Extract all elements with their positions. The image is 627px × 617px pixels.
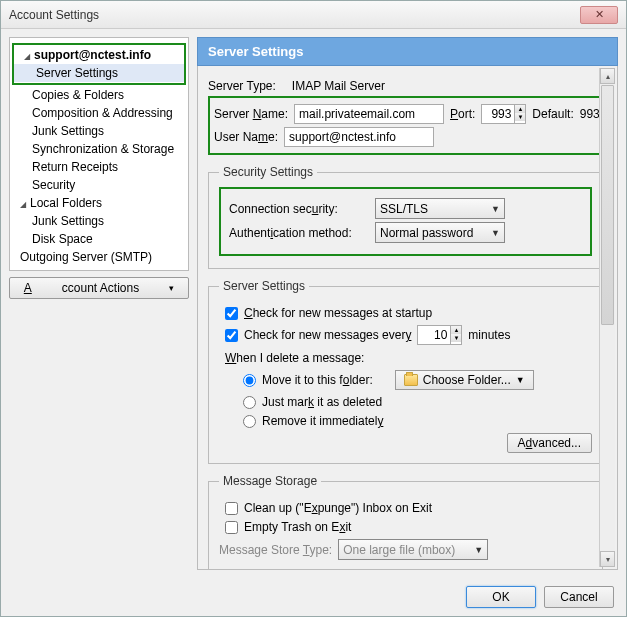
sidebar-local-folders[interactable]: Local Folders — [10, 194, 188, 212]
security-settings-legend: Security Settings — [219, 165, 317, 179]
choose-folder-button[interactable]: Choose Folder... ▼ — [395, 370, 534, 390]
delete-label: When I delete a message: — [225, 351, 592, 365]
move-folder-radio[interactable] — [243, 374, 256, 387]
server-name-input[interactable] — [294, 104, 444, 124]
default-port-label: Default: — [532, 107, 573, 121]
server-settings-legend: Server Settings — [219, 279, 309, 293]
dialog-footer: OK Cancel — [1, 578, 626, 616]
store-type-label: Message Store Type: — [219, 543, 332, 557]
mark-deleted-label: Just mark it as deleted — [262, 395, 382, 409]
check-every-checkbox[interactable] — [225, 329, 238, 342]
chevron-down-icon: ▼ — [491, 228, 500, 238]
sidebar: support@nctest.info Server Settings Copi… — [9, 37, 189, 271]
interval-input[interactable] — [418, 326, 450, 344]
auth-method-select[interactable]: Normal password▼ — [375, 222, 505, 243]
account-actions-button[interactable]: AAccount Actionsccount Actions▾ — [9, 277, 189, 299]
port-up-icon[interactable]: ▲ — [515, 105, 525, 113]
cleanup-inbox-checkbox[interactable] — [225, 502, 238, 515]
folder-icon — [404, 374, 418, 386]
username-input[interactable] — [284, 127, 434, 147]
interval-unit: minutes — [468, 328, 510, 342]
security-settings-group: Security Settings Connection security: S… — [208, 165, 603, 269]
titlebar: Account Settings ✕ — [1, 1, 626, 29]
account-actions: AAccount Actionsccount Actions▾ — [9, 277, 189, 299]
server-type-value: IMAP Mail Server — [292, 79, 385, 93]
message-storage-legend: Message Storage — [219, 474, 321, 488]
interval-stepper[interactable]: ▲▼ — [417, 325, 462, 345]
sidebar-item-composition[interactable]: Composition & Addressing — [10, 104, 188, 122]
sidebar-account[interactable]: support@nctest.info — [14, 46, 184, 64]
close-icon[interactable]: ✕ — [580, 6, 618, 24]
port-stepper[interactable]: ▲▼ — [481, 104, 526, 124]
sidebar-item-return[interactable]: Return Receipts — [10, 158, 188, 176]
chevron-down-icon: ▼ — [474, 545, 483, 555]
interval-down-icon[interactable]: ▼ — [451, 334, 461, 342]
sidebar-highlight: support@nctest.info Server Settings — [12, 43, 186, 85]
remove-immediately-radio[interactable] — [243, 415, 256, 428]
sidebar-item-sync[interactable]: Synchronization & Storage — [10, 140, 188, 158]
default-port-value: 993 — [580, 107, 600, 121]
sidebar-item-local-junk[interactable]: Junk Settings — [10, 212, 188, 230]
server-settings-group: Server Settings Check for new messages a… — [208, 279, 603, 464]
remove-immediately-label: Remove it immediately — [262, 414, 383, 428]
port-label: Port: — [450, 107, 475, 121]
security-highlight: Connection security: SSL/TLS▼ Authentica… — [219, 187, 592, 256]
sidebar-item-disk-space[interactable]: Disk Space — [10, 230, 188, 248]
check-startup-checkbox[interactable] — [225, 307, 238, 320]
server-name-label: Server Name: — [214, 107, 288, 121]
username-label: User Name: — [214, 130, 278, 144]
content-header: Server Settings — [197, 37, 618, 66]
server-type-label: Server Type: — [208, 79, 276, 93]
content-pane: Server Settings ▴ ▾ Server Type: IMAP Ma… — [197, 37, 618, 570]
window-title: Account Settings — [9, 8, 580, 22]
message-storage-group: Message Storage Clean up ("Expunge") Inb… — [208, 474, 603, 570]
move-folder-label: Move it to this folder: — [262, 373, 373, 387]
sidebar-item-security[interactable]: Security — [10, 176, 188, 194]
sidebar-item-server-settings[interactable]: Server Settings — [14, 64, 184, 82]
chevron-down-icon: ▼ — [516, 375, 525, 385]
account-settings-window: Account Settings ✕ support@nctest.info S… — [0, 0, 627, 617]
check-every-label: Check for new messages every — [244, 328, 411, 342]
scroll-up-icon[interactable]: ▴ — [600, 68, 615, 84]
check-startup-label: Check for new messages at startup — [244, 306, 432, 320]
cleanup-inbox-label: Clean up ("Expunge") Inbox on Exit — [244, 501, 432, 515]
scrollbar[interactable]: ▴ ▾ — [599, 68, 615, 567]
mark-deleted-radio[interactable] — [243, 396, 256, 409]
advanced-button[interactable]: Advanced... — [507, 433, 592, 453]
port-input[interactable] — [482, 105, 514, 123]
server-highlight: Server Name: Port: ▲▼ Default: 993 User … — [208, 96, 603, 155]
ok-button[interactable]: OK — [466, 586, 536, 608]
scroll-down-icon[interactable]: ▾ — [600, 551, 615, 567]
store-type-select: One large file (mbox)▼ — [338, 539, 488, 560]
port-down-icon[interactable]: ▼ — [515, 113, 525, 121]
interval-up-icon[interactable]: ▲ — [451, 326, 461, 334]
auth-method-label: Authentication method: — [229, 226, 369, 240]
empty-trash-label: Empty Trash on Exit — [244, 520, 351, 534]
connection-security-label: Connection security: — [229, 202, 369, 216]
sidebar-item-junk[interactable]: Junk Settings — [10, 122, 188, 140]
scroll-thumb[interactable] — [601, 85, 614, 325]
cancel-button[interactable]: Cancel — [544, 586, 614, 608]
chevron-down-icon: ▼ — [491, 204, 500, 214]
empty-trash-checkbox[interactable] — [225, 521, 238, 534]
sidebar-item-copies[interactable]: Copies & Folders — [10, 86, 188, 104]
sidebar-item-outgoing[interactable]: Outgoing Server (SMTP) — [10, 248, 188, 266]
connection-security-select[interactable]: SSL/TLS▼ — [375, 198, 505, 219]
